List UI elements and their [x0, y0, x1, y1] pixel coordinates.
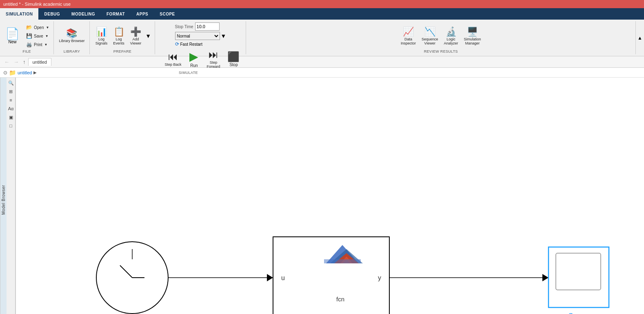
save-button[interactable]: 💾 Save ▼ [24, 32, 51, 40]
tab-scope[interactable]: SCOPE [154, 8, 181, 20]
canvas-area[interactable]: u y fcn Scope [16, 78, 644, 314]
library-icon: 📚 [66, 28, 77, 39]
log-events-button[interactable]: 📋 Log Events [111, 25, 127, 47]
save-label: Save [34, 34, 43, 38]
log-events-label: Log Events [113, 37, 124, 45]
logic-analyzer-label: Logic Analyzer [444, 37, 458, 45]
sequence-viewer-label: Sequence Viewer [422, 37, 438, 45]
main-area: Model Browser 🔍 ⊞ ≡ Aα ▣ □ u y [0, 78, 644, 314]
breadcrumb-home-icon[interactable]: ⊙ [3, 70, 7, 76]
stop-icon: ⬛ [227, 51, 240, 62]
sim-mode-select[interactable]: Normal Accelerator Rapid Accelerator [175, 32, 220, 40]
print-icon: 🖨️ [26, 42, 32, 47]
print-dropdown-icon[interactable]: ▼ [44, 43, 48, 47]
file-group: 📄 New 📂 Open ▼ 💾 Save ▼ 🖨️ Print [0, 21, 54, 54]
library-group: 📚 Library Browser LIBRARY [54, 21, 90, 54]
tab-simulation[interactable]: SIMULATION [0, 8, 38, 20]
prepare-group: 📊 Log Signals 📋 Log Events ➕ Add Viewer … [90, 21, 155, 54]
fcn-y-port: y [378, 274, 381, 281]
open-button[interactable]: 📂 Open ▼ [24, 23, 51, 31]
arrow-clock-to-fcn [267, 274, 273, 281]
fcn-block [273, 237, 389, 314]
prepare-section-label: PREPARE [113, 49, 131, 53]
search-icon-sidebar[interactable]: 🔍 [7, 79, 15, 87]
step-forward-icon: ⏭ [209, 49, 218, 60]
sequence-viewer-icon: 📉 [424, 27, 435, 37]
tab-format[interactable]: FORMAT [101, 8, 131, 20]
open-label: Open [34, 25, 44, 30]
breadcrumb-folder-icon: 📁 [9, 69, 16, 76]
new-icon: 📄 [5, 28, 20, 40]
breadcrumb-arrow: ▶ [33, 70, 37, 75]
title-bar: untitled * - Simulink academic use [0, 0, 644, 8]
left-sidebar: 🔍 ⊞ ≡ Aα ▣ □ [7, 78, 16, 314]
breadcrumb-bar: ⊙ 📁 untitled ▶ [0, 68, 644, 78]
ribbon-collapse-button[interactable]: ▲ [635, 21, 644, 54]
library-section-label: LIBRARY [64, 49, 80, 53]
fcn-label: fcn [336, 296, 344, 303]
run-label: Run [190, 63, 198, 68]
tab-apps[interactable]: APPS [131, 8, 154, 20]
logic-analyzer-icon: 🔬 [446, 27, 457, 37]
breadcrumb-model[interactable]: untitled [18, 70, 32, 75]
step-back-button[interactable]: ⏮ Step Back [161, 49, 185, 69]
forward-button[interactable]: → [12, 58, 20, 66]
stop-button[interactable]: ⬛ Stop [224, 49, 243, 69]
step-back-icon: ⏮ [168, 51, 178, 62]
add-viewer-icon: ➕ [130, 27, 141, 37]
simulation-manager-button[interactable]: 🖥️ Simulation Manager [462, 25, 484, 47]
prepare-dropdown[interactable]: ▼ [144, 32, 152, 40]
fast-restart-row: ⟳ Fast Restart [175, 41, 202, 47]
back-button[interactable]: ← [2, 58, 11, 66]
tab-debug[interactable]: DEBUG [38, 8, 66, 20]
data-inspector-label: Data Inspector [401, 37, 416, 45]
add-viewer-button[interactable]: ➕ Add Viewer [128, 25, 144, 47]
tab-modeling[interactable]: MODELING [66, 8, 101, 20]
logic-analyzer-button[interactable]: 🔬 Logic Analyzer [442, 25, 461, 47]
stop-label: Stop [229, 62, 238, 67]
simulate-dropdown[interactable]: ▼ [221, 33, 227, 39]
title-text: untitled * - Simulink academic use [3, 2, 71, 7]
simulation-manager-label: Simulation Manager [464, 37, 481, 45]
print-label: Print [34, 42, 42, 47]
review-results-group: 📈 Data Inspector 📉 Sequence Viewer 🔬 Log… [246, 21, 635, 54]
nav-bar: ← → ↑ untitled [0, 56, 644, 68]
save-dropdown-icon[interactable]: ▼ [45, 34, 49, 38]
simulation-manager-icon: 🖥️ [467, 27, 478, 37]
fast-restart-icon: ⟳ [175, 41, 179, 47]
box-icon-sidebar[interactable]: □ [7, 122, 15, 129]
log-signals-button[interactable]: 📊 Log Signals [93, 25, 110, 47]
collapse-icon: ▲ [637, 35, 642, 41]
file-section-label: FILE [23, 49, 31, 53]
fcn-u-port: u [281, 274, 285, 281]
data-inspector-button[interactable]: 📈 Data Inspector [398, 25, 418, 47]
print-button[interactable]: 🖨️ Print ▼ [24, 40, 51, 49]
fit-icon-sidebar[interactable]: ⊞ [7, 88, 15, 95]
sequence-viewer-button[interactable]: 📉 Sequence Viewer [419, 25, 441, 47]
model-browser-label: Model Browser [0, 78, 7, 314]
library-browser-button[interactable]: 📚 Library Browser [56, 27, 87, 45]
run-button[interactable]: ▶ Run [185, 48, 203, 70]
up-button[interactable]: ↑ [21, 58, 27, 66]
arrow-fcn-to-scope [542, 274, 549, 281]
new-label: New [8, 40, 16, 44]
text-icon-sidebar[interactable]: Aα [7, 105, 15, 112]
open-dropdown-icon[interactable]: ▼ [46, 26, 49, 29]
library-label: Library Browser [59, 39, 84, 44]
ribbon: 📄 New 📂 Open ▼ 💾 Save ▼ 🖨️ Print [0, 20, 644, 56]
save-icon: 💾 [26, 33, 32, 39]
data-inspector-icon: 📈 [403, 27, 414, 37]
diagram-svg: u y fcn Scope [16, 78, 644, 314]
step-back-label: Step Back [164, 62, 181, 67]
svg-rect-8 [324, 259, 361, 263]
image-icon-sidebar[interactable]: ▣ [7, 114, 15, 121]
stop-time-input[interactable] [195, 22, 220, 31]
new-button[interactable]: 📄 New [2, 27, 22, 45]
list-icon-sidebar[interactable]: ≡ [7, 96, 15, 104]
step-forward-button[interactable]: ⏭ Step Forward [203, 47, 224, 71]
log-signals-icon: 📊 [96, 27, 107, 37]
simulate-group: Stop Time Normal Accelerator Rapid Accel… [155, 21, 246, 54]
model-tab[interactable]: untitled [28, 58, 51, 66]
log-events-icon: 📋 [113, 27, 124, 37]
step-forward-label: Step Forward [207, 60, 220, 69]
